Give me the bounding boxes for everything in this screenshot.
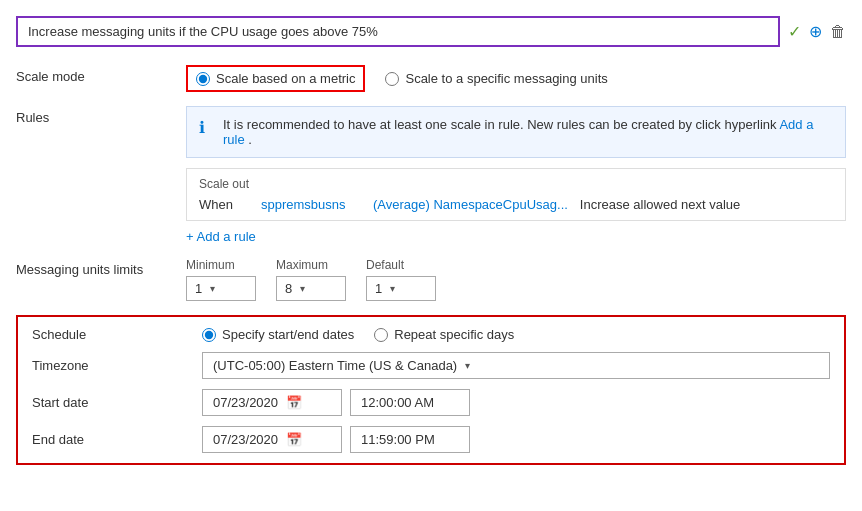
rules-content: ℹ It is recommended to have at least one… — [186, 106, 846, 244]
rules-section: Rules ℹ It is recommended to have at lea… — [16, 106, 846, 244]
end-date-time-group: 07/23/2020 📅 11:59:00 PM — [202, 426, 830, 453]
minimum-group: Minimum 1 ▾ — [186, 258, 256, 301]
scale-mode-label: Scale mode — [16, 65, 186, 84]
default-label: Default — [366, 258, 436, 272]
maximum-value: 8 — [285, 281, 292, 296]
rules-info-box: ℹ It is recommended to have at least one… — [186, 106, 846, 158]
default-select[interactable]: 1 ▾ — [366, 276, 436, 301]
scale-out-title: Scale out — [199, 177, 833, 191]
schedule-option2-label: Repeat specific days — [394, 327, 514, 342]
scale-out-box: Scale out When sppremsbusns (Average) Na… — [186, 168, 846, 221]
schedule-option2[interactable]: Repeat specific days — [374, 327, 514, 342]
scale-mode-section: Scale mode Scale based on a metric Scale… — [16, 65, 846, 92]
timezone-row: Timezone (UTC-05:00) Eastern Time (US & … — [32, 352, 830, 379]
start-date-label: Start date — [32, 395, 202, 410]
timezone-chevron: ▾ — [465, 360, 470, 371]
start-date-input[interactable]: 07/23/2020 📅 — [202, 389, 342, 416]
timezone-content: (UTC-05:00) Eastern Time (US & Canada) ▾ — [202, 352, 830, 379]
end-date-content: 07/23/2020 📅 11:59:00 PM — [202, 426, 830, 453]
end-date-calendar-icon[interactable]: 📅 — [286, 432, 302, 447]
rule-when: When — [199, 197, 249, 212]
start-date-time-group: 07/23/2020 📅 12:00:00 AM — [202, 389, 830, 416]
minimum-value: 1 — [195, 281, 202, 296]
default-group: Default 1 ▾ — [366, 258, 436, 301]
scale-mode-option2[interactable]: Scale to a specific messaging units — [385, 71, 607, 86]
scale-mode-option1-box: Scale based on a metric — [186, 65, 365, 92]
start-date-content: 07/23/2020 📅 12:00:00 AM — [202, 389, 830, 416]
messaging-units-label: Messaging units limits — [16, 258, 186, 277]
start-date-calendar-icon[interactable]: 📅 — [286, 395, 302, 410]
add-rule-link[interactable]: + Add a rule — [186, 229, 256, 244]
maximum-chevron: ▾ — [300, 283, 305, 294]
check-icon[interactable]: ✓ — [788, 22, 801, 41]
scale-mode-radio-group: Scale based on a metric Scale to a speci… — [186, 65, 846, 92]
top-bar: ✓ ⊕ 🗑 — [16, 16, 846, 47]
schedule-option1[interactable]: Specify start/end dates — [202, 327, 354, 342]
scale-mode-radio1[interactable] — [196, 72, 210, 86]
rules-label: Rules — [16, 106, 186, 125]
end-date-label: End date — [32, 432, 202, 447]
messaging-units-section: Messaging units limits Minimum 1 ▾ Maxim… — [16, 258, 846, 301]
rule-resource: sppremsbusns — [261, 197, 361, 212]
default-chevron: ▾ — [390, 283, 395, 294]
scale-mode-option1[interactable]: Scale based on a metric — [196, 71, 355, 86]
minimum-select[interactable]: 1 ▾ — [186, 276, 256, 301]
trash-icon[interactable]: 🗑 — [830, 23, 846, 41]
maximum-select[interactable]: 8 ▾ — [276, 276, 346, 301]
end-date-input[interactable]: 07/23/2020 📅 — [202, 426, 342, 453]
maximum-group: Maximum 8 ▾ — [276, 258, 346, 301]
minimum-label: Minimum — [186, 258, 256, 272]
name-input[interactable] — [16, 16, 780, 47]
messaging-units-content: Minimum 1 ▾ Maximum 8 ▾ Default 1 ▾ — [186, 258, 846, 301]
timezone-label: Timezone — [32, 358, 202, 373]
schedule-border-box: Schedule Specify start/end dates Repeat … — [16, 315, 846, 465]
schedule-row: Schedule Specify start/end dates Repeat … — [32, 327, 830, 342]
default-value: 1 — [375, 281, 382, 296]
schedule-radio2[interactable] — [374, 328, 388, 342]
circle-arrow-icon[interactable]: ⊕ — [809, 22, 822, 41]
start-date-row: Start date 07/23/2020 📅 12:00:00 AM — [32, 389, 830, 416]
info-text: It is recommended to have at least one s… — [223, 117, 833, 147]
rule-action: Increase allowed next value — [580, 197, 833, 212]
schedule-label: Schedule — [32, 327, 202, 342]
schedule-content: Specify start/end dates Repeat specific … — [202, 327, 830, 342]
schedule-radio1[interactable] — [202, 328, 216, 342]
end-date-row: End date 07/23/2020 📅 11:59:00 PM — [32, 426, 830, 453]
scale-mode-option1-label: Scale based on a metric — [216, 71, 355, 86]
minimum-chevron: ▾ — [210, 283, 215, 294]
end-time-value: 11:59:00 PM — [361, 432, 435, 447]
limits-row: Minimum 1 ▾ Maximum 8 ▾ Default 1 ▾ — [186, 258, 846, 301]
scale-mode-content: Scale based on a metric Scale to a speci… — [186, 65, 846, 92]
start-time-input[interactable]: 12:00:00 AM — [350, 389, 470, 416]
schedule-radio-group: Specify start/end dates Repeat specific … — [202, 327, 830, 342]
end-time-input[interactable]: 11:59:00 PM — [350, 426, 470, 453]
end-date-value: 07/23/2020 — [213, 432, 278, 447]
scale-mode-radio2[interactable] — [385, 72, 399, 86]
scale-mode-option2-label: Scale to a specific messaging units — [405, 71, 607, 86]
timezone-select[interactable]: (UTC-05:00) Eastern Time (US & Canada) ▾ — [202, 352, 830, 379]
start-time-value: 12:00:00 AM — [361, 395, 434, 410]
start-date-value: 07/23/2020 — [213, 395, 278, 410]
rule-row: When sppremsbusns (Average) NamespaceCpu… — [199, 197, 833, 212]
maximum-label: Maximum — [276, 258, 346, 272]
timezone-value: (UTC-05:00) Eastern Time (US & Canada) — [213, 358, 457, 373]
info-icon: ℹ — [199, 118, 215, 137]
schedule-option1-label: Specify start/end dates — [222, 327, 354, 342]
rule-metric: (Average) NamespaceCpuUsag... — [373, 197, 568, 212]
